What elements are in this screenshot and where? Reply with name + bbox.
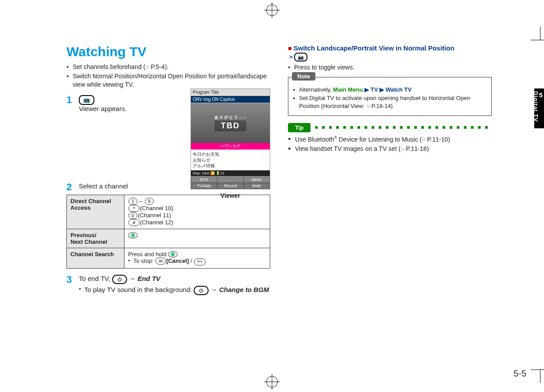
change-bgm-action: Change to BGM: [219, 286, 269, 293]
step-3-number: 3: [66, 275, 79, 284]
end-key-icon: [112, 275, 127, 284]
side-tab: 5 Digital TV: [534, 88, 544, 128]
key-0-icon: 0: [128, 212, 137, 219]
page-number: 5-5: [513, 369, 526, 379]
nav-key-icon: [128, 232, 138, 238]
channel-table: Direct Channel Access 1 – 9 ＊(Channel 10…: [66, 195, 270, 269]
tv-key-icon: [79, 95, 94, 105]
triangle-arrow-icon-2: ▶: [380, 86, 384, 93]
viewer-program-title: Program Title: [191, 89, 270, 96]
tip-label: Tip: [288, 123, 311, 132]
tip-list: Use Bluetooth® Device for Listening to M…: [288, 135, 492, 153]
registration-mark-bottom: [266, 376, 278, 388]
tip-dots-decor: [315, 126, 492, 129]
viewer-screen: ありがとう…♪ TBD: [191, 103, 270, 143]
clear-key-icon: ｸﾘｱ: [194, 258, 206, 265]
camera-key-icon: [294, 53, 307, 61]
gt-icon: ＞: [288, 53, 294, 60]
side-tab-chapter: 5: [539, 91, 543, 101]
arrow-icon-2: [209, 286, 219, 293]
table-head-direct: Direct Channel Access: [67, 195, 124, 229]
table-head-search: Channel Search: [67, 248, 124, 269]
nav-key-icon-2: [168, 251, 178, 257]
tip-header: Tip: [288, 123, 492, 132]
key-hash-icon: ＃: [128, 219, 140, 226]
cropmark-top-right-h: [531, 40, 544, 40]
note-box: Note Alternatively, Main Menu ▶ TV ▶ Wat…: [288, 77, 492, 116]
viewer-caption: Viewer: [213, 192, 248, 199]
step-2-number: 2: [66, 182, 79, 192]
viewer-screenshot: Program Title ONV img ON Caption ありがとう…♪…: [190, 88, 270, 189]
viewer-tbd: TBD: [214, 120, 247, 131]
tip-item-2: View handset TV images on a TV set (P.11…: [288, 145, 492, 153]
tip-item-1: Use Bluetooth® Device for Listening to M…: [288, 135, 492, 144]
table-head-prevnext: Previous/ Next Channel: [67, 229, 124, 248]
note-label: Note: [292, 72, 315, 81]
viewer-status-bar: Disp. 13ch 📶 🔋12: [191, 170, 270, 177]
viewer-text-lines: 今日のお天気 お知らせ グルメ情報: [191, 150, 270, 170]
cropmark-top-right-v: [540, 27, 540, 40]
right-column: ■Switch Landscape/Portrait View in Norma…: [288, 44, 492, 297]
intro-item-1: Set channels beforehand (P.5-4).: [66, 63, 270, 71]
viewer-arigato: ありがとう…♪: [214, 115, 247, 120]
table-cell-search: Press and hold To stop: ✉[Cancel] / ｸﾘｱ: [124, 248, 270, 269]
switch-view-header: ■Switch Landscape/Portrait View in Norma…: [288, 44, 492, 52]
arrow-icon: [127, 275, 137, 282]
reference-icon-4: [400, 145, 406, 152]
viewer-softkeys-row1: EPG Menu: [191, 177, 270, 183]
triangle-arrow-icon: ▶: [365, 86, 369, 93]
intro-item-2: Switch Normal Position/Horizontal Open P…: [66, 72, 270, 89]
viewer-onv-bar: ONV img ON Caption: [191, 96, 270, 103]
end-key-icon-2: [194, 286, 209, 295]
table-cell-prevnext: [124, 229, 270, 248]
square-bullet-icon: ■: [288, 45, 291, 52]
reference-icon: [145, 63, 151, 70]
key-9-icon: 9: [145, 198, 154, 205]
viewer-banner: ○○ワンセグ: [191, 143, 270, 150]
page-title: Watching TV: [66, 44, 270, 59]
reference-icon-3: [422, 135, 427, 142]
step-1-caption: Viewer appears.: [79, 105, 127, 112]
viewer-softkeys-row2: TV/data Record Wide: [191, 183, 270, 189]
side-tab-label: Digital TV: [532, 91, 539, 122]
registration-mark-top: [266, 4, 278, 16]
reference-icon-2: [366, 103, 372, 109]
key-star-icon: ＊: [128, 205, 140, 212]
note-item-1: Alternatively, Main Menu ▶ TV ▶ Watch TV: [293, 86, 487, 94]
end-tv-action: End TV: [137, 275, 160, 282]
note-item-2: Set Digital TV to activate upon opening …: [293, 94, 487, 110]
step-1-number: 1: [66, 95, 79, 105]
intro-list: Set channels beforehand (P.5-4). Switch …: [66, 63, 270, 89]
left-column: Watching TV Set channels beforehand (P.5…: [66, 44, 270, 297]
key-1-icon: 1: [128, 198, 137, 205]
table-cell-direct: 1 – 9 ＊(Channel 10) 0(Channel 11) ＃(Chan…: [124, 195, 270, 229]
cropmark-bottom-right-v: [540, 370, 540, 383]
mail-key-icon: ✉: [155, 257, 166, 265]
press-toggle-text: Press to toggle views.: [288, 63, 492, 72]
cropmark-bottom-right-h: [531, 369, 544, 370]
step-3: 3 To end TV, End TV To play TV sound in …: [66, 275, 270, 295]
